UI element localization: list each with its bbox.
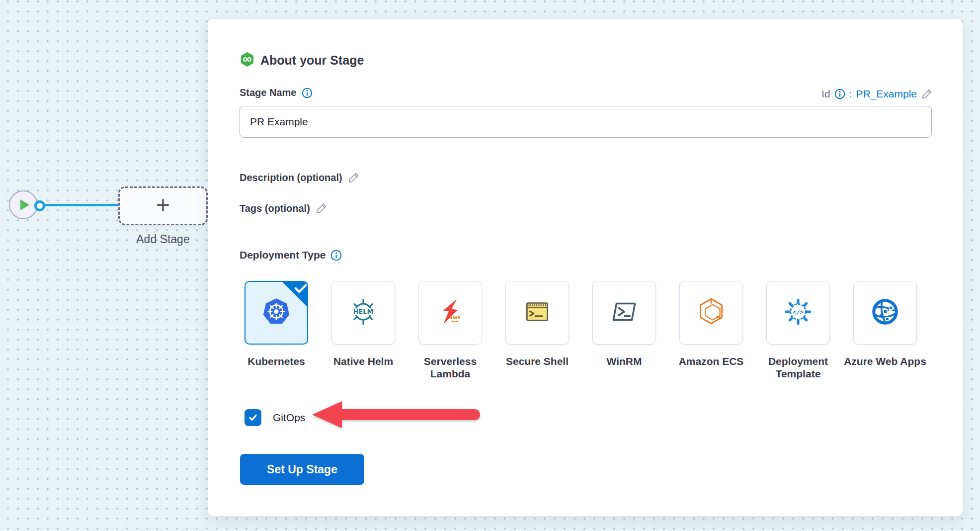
info-icon[interactable]	[302, 88, 313, 98]
tile-label: Native Helm	[318, 355, 408, 368]
tile-label: Amazon ECS	[666, 355, 756, 368]
tile-kubernetes[interactable]	[245, 281, 308, 345]
tags-label: Tags (optional)	[240, 203, 310, 214]
edit-description-icon[interactable]	[347, 172, 360, 184]
plus-icon: +	[156, 193, 170, 217]
edit-tags-icon[interactable]	[315, 202, 327, 215]
id-separator: :	[849, 88, 852, 100]
secure-shell-icon	[521, 295, 554, 330]
svg-text:aws: aws	[449, 314, 461, 320]
deployment-type-label: Deployment Type	[240, 249, 326, 261]
set-up-stage-button[interactable]: Set Up Stage	[240, 454, 364, 485]
svg-text:HELM: HELM	[353, 308, 374, 315]
selected-check-icon	[282, 281, 308, 309]
info-icon[interactable]	[834, 88, 845, 99]
deployment-type-options: Kubernetes HELM Nati	[245, 281, 917, 380]
panel-header: About your Stage	[240, 52, 364, 69]
pipeline-start-node[interactable]	[9, 190, 38, 219]
tile-label: Serverless Lambda	[405, 355, 495, 380]
gitops-checkbox[interactable]	[245, 409, 261, 426]
pipeline-edge	[45, 204, 118, 206]
svg-text:</>: </>	[793, 309, 804, 316]
panel-title: About your Stage	[260, 53, 364, 68]
tile-label: Kubernetes	[231, 355, 322, 368]
deployment-template-icon: </>	[782, 295, 815, 330]
annotation-arrow-icon	[311, 400, 483, 432]
serverless-lambda-icon: aws	[434, 295, 467, 330]
tile-amazon-ecs[interactable]	[679, 281, 743, 345]
winrm-icon	[608, 295, 641, 330]
edge-connector-dot[interactable]	[34, 200, 45, 211]
add-stage-button[interactable]: +	[118, 186, 208, 225]
tile-label: Deployment Template	[753, 355, 843, 380]
stage-id-value: PR_Example	[856, 88, 917, 100]
helm-icon: HELM	[347, 295, 380, 330]
tile-serverless-lambda[interactable]: aws	[418, 281, 482, 345]
info-icon[interactable]	[330, 250, 342, 261]
tile-winrm[interactable]	[592, 281, 656, 345]
tile-label: Azure Web Apps	[840, 355, 930, 368]
play-icon	[20, 199, 29, 210]
tile-label: WinRM	[579, 355, 669, 368]
check-icon	[248, 413, 258, 423]
stage-name-input[interactable]	[240, 106, 932, 138]
tile-secure-shell[interactable]	[505, 281, 569, 345]
cd-stage-icon	[240, 52, 255, 69]
add-stage-label: Add Stage	[118, 233, 208, 246]
tile-azure-web-apps[interactable]	[853, 281, 917, 345]
gitops-row: GitOps	[245, 409, 305, 427]
amazon-ecs-icon	[695, 295, 728, 330]
tile-deployment-template[interactable]: </>	[766, 281, 830, 345]
tile-native-helm[interactable]: HELM	[331, 281, 395, 345]
description-label: Description (optional)	[240, 172, 342, 183]
tile-label: Secure Shell	[492, 355, 582, 368]
azure-web-apps-icon	[869, 295, 901, 330]
about-stage-panel: About your Stage Stage Name Id : PR_Exam…	[208, 19, 963, 516]
stage-name-label: Stage Name	[240, 87, 297, 98]
id-label: Id	[821, 88, 830, 100]
stage-id-row: Id : PR_Example	[821, 88, 933, 100]
gitops-label: GitOps	[273, 412, 305, 424]
edit-id-icon[interactable]	[921, 88, 933, 100]
